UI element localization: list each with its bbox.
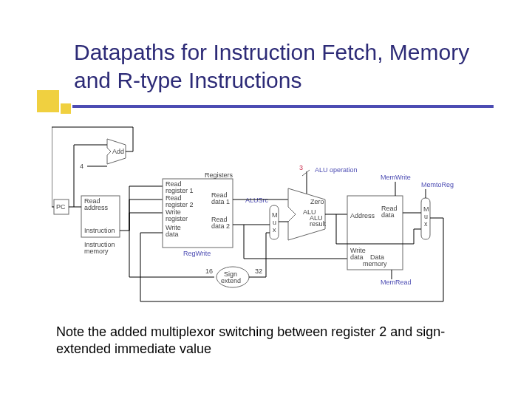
memtoreg-mux: M [423,205,429,213]
svg-text:u: u [424,213,428,220]
svg-text:register 2: register 2 [166,201,194,208]
pc-label: PC [56,203,66,211]
dm-address: Address [350,212,375,219]
svg-text:data: data [166,231,179,238]
svg-text:x: x [424,220,428,228]
svg-text:result: result [310,220,327,228]
registers-title: Registers [205,171,233,179]
datapath-diagram: .st0 { fill:none; stroke:#666; stroke-wi… [52,126,480,310]
const-4: 4 [80,163,83,170]
se-out: 32 [255,267,262,275]
svg-text:register: register [166,215,188,222]
regwrite-label: RegWrite [183,250,211,257]
title-underline [72,105,494,108]
memwrite: MemWrite [381,174,411,181]
svg-text:data 2: data 2 [211,222,230,230]
memtoreg: MemtoReg [421,181,454,188]
alu-zero: Zero [310,198,324,205]
add-label: Add [112,148,124,155]
slide-caption: Note the added multiplexor switching bet… [56,324,470,358]
svg-text:data 1: data 1 [211,198,230,205]
svg-text:extend: extend [221,277,241,284]
alu-op-label: ALU operation [315,166,358,174]
svg-text:x: x [273,226,276,233]
svg-text:u: u [273,219,276,226]
svg-text:memory: memory [363,260,387,267]
alusrc-label: ALUSrc [245,197,269,204]
svg-text:data: data [381,211,395,219]
slide-caption-text: Note the added multiplexor switching bet… [56,324,445,356]
slide-title-text: Datapaths for Instruction Fetch, Memory … [74,38,488,94]
title-bullet-large [37,90,59,112]
slide-title: Datapaths for Instruction Fetch, Memory … [74,38,488,94]
instr-instruction: Instruction [84,227,115,234]
svg-text:memory: memory [84,248,109,255]
title-bullet-small [61,103,71,114]
alusrc-mux: M [272,211,278,219]
svg-text:register 1: register 1 [166,187,194,194]
svg-text:data: data [350,253,364,261]
alu-op-bits: 3 [299,164,303,171]
svg-text:address: address [84,204,109,211]
se-in: 16 [205,267,213,275]
memread: MemRead [381,279,412,286]
